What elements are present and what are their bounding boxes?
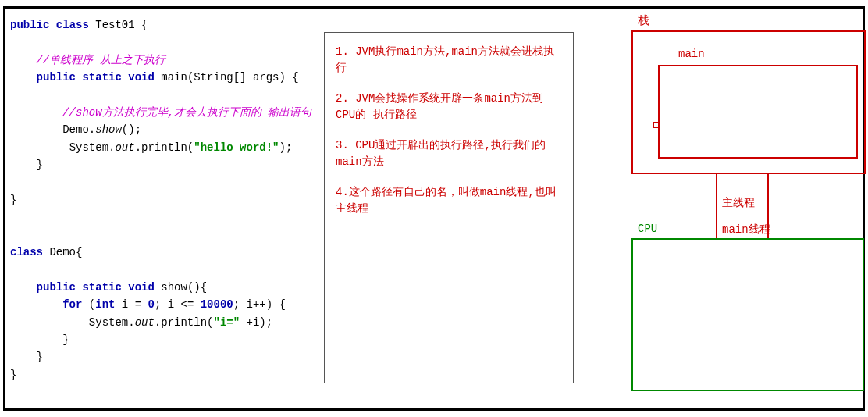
main-label: main: [678, 48, 705, 60]
cpu-label: CPU: [638, 223, 657, 235]
comment: //show方法执行完毕,才会去执行下面的 输出语句: [62, 106, 311, 119]
method-name: show: [95, 123, 122, 136]
main-box: [658, 65, 858, 159]
string-literal: "i=": [213, 316, 240, 329]
code-line: }: [10, 331, 313, 348]
brace: }: [62, 333, 69, 346]
code-text: System.: [69, 141, 116, 154]
keyword-void: void: [128, 281, 155, 294]
main-container: public class Test01 { //单线程序 从上之下执行 publ…: [3, 6, 865, 411]
marker-square: [653, 122, 660, 128]
thread-line: [716, 174, 717, 238]
keyword-public: public: [10, 19, 49, 31]
code-line: [10, 174, 313, 191]
code-text: show(){: [155, 281, 207, 294]
cpu-thread-label: main线程: [722, 223, 770, 237]
brace: }: [37, 351, 43, 363]
keyword-for: for: [62, 298, 82, 311]
code-text: i =: [115, 298, 148, 311]
number-literal: 10000: [201, 298, 233, 311]
code-line: System.out.println("i=" +i);: [10, 314, 313, 331]
code-text: (: [82, 298, 95, 311]
code-panel: public class Test01 { //单线程序 从上之下执行 publ…: [5, 9, 318, 408]
note-item: 1. JVM执行main方法,main方法就会进栈执行: [336, 44, 562, 77]
code-text: main(String[] args) {: [155, 71, 299, 84]
comment: //单线程序 从上之下执行: [37, 54, 165, 66]
code-line: Demo.show();: [10, 121, 313, 138]
brace: }: [37, 159, 43, 171]
code-text: .println(: [155, 316, 214, 329]
note-item: 4.这个路径有自己的名，叫做main线程,也叫主线程: [336, 184, 562, 217]
code-line: [10, 261, 313, 278]
code-text: Demo{: [43, 246, 82, 258]
code-line: [10, 34, 313, 51]
keyword-int: int: [95, 298, 115, 311]
keyword-public: public: [37, 71, 76, 84]
code-text: .println(: [135, 141, 194, 154]
code-line: public class Test01 {: [10, 16, 313, 34]
brace: }: [10, 369, 16, 381]
code-line: [10, 87, 313, 104]
number-literal: 0: [148, 298, 154, 311]
code-text: +i);: [240, 316, 272, 329]
code-text: System.: [89, 316, 135, 329]
note-item: 2. JVM会找操作系统开辟一条main方法到CPU的 执行路径: [336, 91, 562, 123]
code-line: }: [10, 348, 313, 365]
code-text: Demo.: [62, 123, 95, 136]
diagram-panel: 栈 main 主线程 CPU main线程: [614, 9, 864, 415]
brace: }: [10, 194, 16, 206]
string-literal: "hello word!": [194, 141, 279, 154]
code-line: for (int i = 0; i <= 10000; i++) {: [10, 296, 313, 313]
keyword-static: static: [82, 71, 121, 84]
main-thread-label: 主线程: [722, 196, 755, 210]
field-out: out: [115, 141, 134, 154]
code-line: public static void show(){: [10, 279, 313, 296]
code-line: System.out.println("hello word!");: [10, 139, 313, 156]
cpu-box: [631, 238, 864, 391]
keyword-public: public: [37, 281, 76, 294]
stack-label: 栈: [638, 13, 649, 28]
code-text: ; i <=: [155, 298, 201, 311]
code-line: [10, 226, 313, 244]
code-line: //show方法执行完毕,才会去执行下面的 输出语句: [10, 104, 313, 121]
keyword-class: class: [56, 19, 89, 31]
code-line: }: [10, 191, 313, 208]
code-text: );: [279, 141, 293, 154]
note-item: 3. CPU通过开辟出的执行路径,执行我们的main方法: [336, 137, 562, 170]
code-line: //单线程序 从上之下执行: [10, 52, 313, 69]
keyword-static: static: [82, 281, 121, 294]
code-line: public static void main(String[] args) {: [10, 69, 313, 86]
code-line: }: [10, 366, 313, 383]
keyword-void: void: [128, 71, 155, 84]
code-text: ();: [122, 123, 141, 136]
code-text: Test01 {: [89, 19, 148, 31]
code-line: [10, 208, 313, 226]
notes-panel: 1. JVM执行main方法,main方法就会进栈执行 2. JVM会找操作系统…: [324, 32, 574, 383]
code-line: }: [10, 156, 313, 173]
code-line: class Demo{: [10, 244, 313, 261]
field-out: out: [135, 316, 155, 329]
keyword-class: class: [10, 246, 43, 258]
code-text: ; i++) {: [233, 298, 286, 311]
